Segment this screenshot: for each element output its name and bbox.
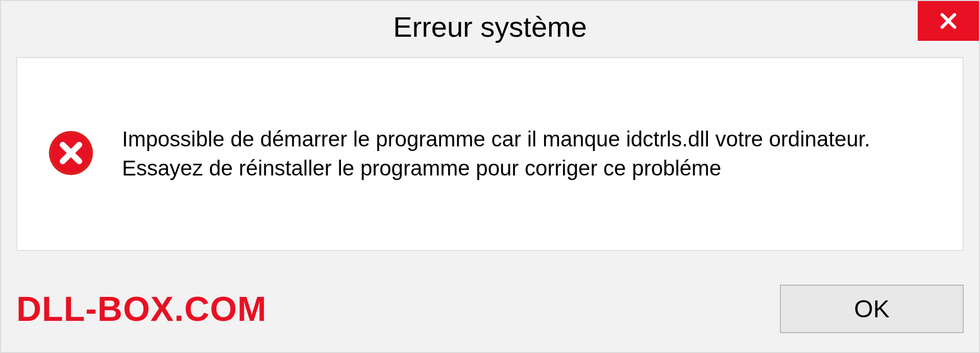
error-dialog: Erreur système Impossible de démarrer le… <box>0 0 980 353</box>
error-icon-container <box>48 130 94 178</box>
close-icon <box>938 10 959 32</box>
titlebar: Erreur système <box>1 1 979 52</box>
dialog-footer: DLL-BOX.COM OK <box>16 281 964 337</box>
error-message: Impossible de démarrer le programme car … <box>122 125 932 183</box>
close-button[interactable] <box>918 1 979 41</box>
dialog-title: Erreur système <box>393 10 587 43</box>
message-panel: Impossible de démarrer le programme car … <box>16 57 964 251</box>
brand-watermark: DLL-BOX.COM <box>16 289 267 329</box>
error-circle-x-icon <box>48 130 94 176</box>
ok-button[interactable]: OK <box>780 285 964 333</box>
